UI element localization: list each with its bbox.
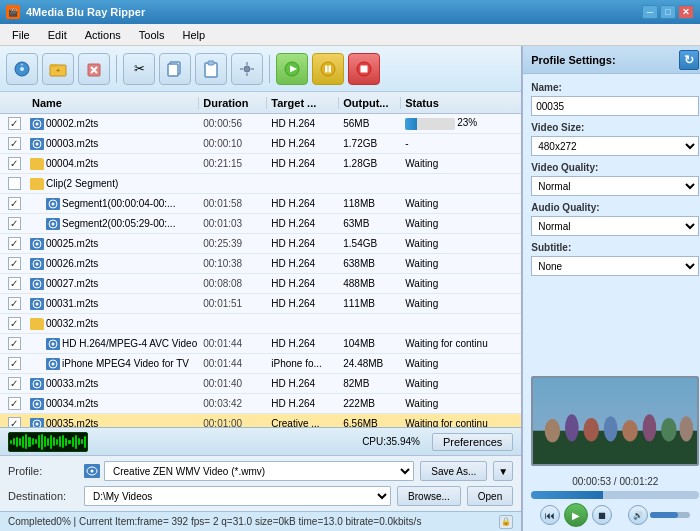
pause-button[interactable] <box>312 53 344 85</box>
destination-select[interactable]: D:\My Videos <box>84 486 391 506</box>
table-row[interactable]: 00002.m2ts 00:00:56 HD H.264 56MB 23% <box>0 114 521 134</box>
table-row[interactable]: 00031.m2ts 00:01:51 HD H.264 111MB Waiti… <box>0 294 521 314</box>
statusbar: CPU:35.94% Preferences <box>0 427 521 455</box>
checkbox[interactable] <box>8 237 21 250</box>
checkbox[interactable] <box>8 177 21 190</box>
row-target: HD H.264 <box>267 138 339 149</box>
settings-button[interactable] <box>231 53 263 85</box>
table-row[interactable]: Clip(2 Segment) <box>0 174 521 194</box>
row-checkbox[interactable] <box>0 197 28 210</box>
paste-button[interactable] <box>195 53 227 85</box>
row-checkbox[interactable] <box>0 357 28 370</box>
open-button[interactable]: Open <box>467 486 513 506</box>
checkbox[interactable] <box>8 117 21 130</box>
close-button[interactable]: ✕ <box>678 5 694 19</box>
table-row[interactable]: 00035.m2ts 00:01:00 Creative ... 6.56MB … <box>0 414 521 427</box>
checkbox[interactable] <box>8 157 21 170</box>
checkbox[interactable] <box>8 297 21 310</box>
video-quality-setting: Video Quality: Normal <box>531 162 699 196</box>
col-header-target: Target ... <box>267 97 339 109</box>
profile-select[interactable]: Creative ZEN WMV Video (*.wmv) <box>104 461 414 481</box>
row-checkbox[interactable] <box>0 237 28 250</box>
row-name: 00031.m2ts <box>28 298 199 310</box>
video-stop-button[interactable]: ⏹ <box>592 505 612 525</box>
row-checkbox[interactable] <box>0 257 28 270</box>
video-rewind-button[interactable]: ⏮ <box>540 505 560 525</box>
table-row[interactable]: Segment1(00:00:04-00:... 00:01:58 HD H.2… <box>0 194 521 214</box>
checkbox[interactable] <box>8 377 21 390</box>
table-row[interactable]: 00034.m2ts 00:03:42 HD H.264 222MB Waiti… <box>0 394 521 414</box>
video-play-button[interactable]: ▶ <box>564 503 588 527</box>
row-duration: 00:21:15 <box>199 158 267 169</box>
copy-button[interactable] <box>159 53 191 85</box>
table-row[interactable]: iPhone MPEG4 Video for TV 00:01:44 iPhon… <box>0 354 521 374</box>
volume-icon[interactable]: 🔊 <box>628 505 648 525</box>
checkbox[interactable] <box>8 217 21 230</box>
row-checkbox[interactable] <box>0 117 28 130</box>
checkbox[interactable] <box>8 257 21 270</box>
row-output: 1.72GB <box>339 138 401 149</box>
minimize-button[interactable]: ─ <box>642 5 658 19</box>
video-quality-select[interactable]: Normal <box>531 176 699 196</box>
row-checkbox[interactable] <box>0 297 28 310</box>
checkbox[interactable] <box>8 397 21 410</box>
table-row[interactable]: 00026.m2ts 00:10:38 HD H.264 638MB Waiti… <box>0 254 521 274</box>
table-row[interactable]: 00032.m2ts <box>0 314 521 334</box>
row-checkbox[interactable] <box>0 137 28 150</box>
checkbox[interactable] <box>8 197 21 210</box>
row-status: Waiting <box>401 398 521 409</box>
row-checkbox[interactable] <box>0 157 28 170</box>
checkbox[interactable] <box>8 417 21 427</box>
menu-file[interactable]: File <box>4 27 38 43</box>
video-progress-bar[interactable] <box>531 491 699 499</box>
row-checkbox[interactable] <box>0 277 28 290</box>
titlebar-controls[interactable]: ─ □ ✕ <box>642 5 694 19</box>
row-checkbox[interactable] <box>0 377 28 390</box>
volume-slider[interactable] <box>650 512 690 518</box>
row-checkbox[interactable] <box>0 217 28 230</box>
save-as-button[interactable]: Save As... <box>420 461 487 481</box>
file-list-body[interactable]: 00002.m2ts 00:00:56 HD H.264 56MB 23% 00… <box>0 114 521 427</box>
start-button[interactable] <box>276 53 308 85</box>
refresh-button[interactable]: ↻ <box>679 50 699 70</box>
table-row[interactable]: Segment2(00:05:29-00:... 00:01:03 HD H.2… <box>0 214 521 234</box>
table-row[interactable]: 00027.m2ts 00:08:08 HD H.264 488MB Waiti… <box>0 274 521 294</box>
menu-help[interactable]: Help <box>174 27 213 43</box>
table-row[interactable]: 00003.m2ts 00:00:10 HD H.264 1.72GB - <box>0 134 521 154</box>
row-checkbox[interactable] <box>0 317 28 330</box>
table-row[interactable]: HD H.264/MPEG-4 AVC Video 00:01:44 HD H.… <box>0 334 521 354</box>
add-folder-button[interactable]: + <box>42 53 74 85</box>
video-quality-label: Video Quality: <box>531 162 699 173</box>
save-as-dropdown[interactable]: ▼ <box>493 461 513 481</box>
checkbox[interactable] <box>8 357 21 370</box>
menu-edit[interactable]: Edit <box>40 27 75 43</box>
audio-quality-select[interactable]: Normal <box>531 216 699 236</box>
checkbox[interactable] <box>8 277 21 290</box>
add-bluray-button[interactable]: + <box>6 53 38 85</box>
maximize-button[interactable]: □ <box>660 5 676 19</box>
menu-tools[interactable]: Tools <box>131 27 173 43</box>
name-input[interactable] <box>531 96 699 116</box>
right-panel: Profile Settings: ↻ Name: Video Size: 48… <box>522 46 700 531</box>
checkbox[interactable] <box>8 317 21 330</box>
subtitle-select[interactable]: None <box>531 256 699 276</box>
cut-button[interactable]: ✂ <box>123 53 155 85</box>
remove-button[interactable] <box>78 53 110 85</box>
row-checkbox[interactable] <box>0 397 28 410</box>
row-duration: 00:25:39 <box>199 238 267 249</box>
preferences-button[interactable]: Preferences <box>432 433 513 451</box>
video-size-select[interactable]: 480x272 <box>531 136 699 156</box>
wave-bar <box>47 438 49 446</box>
menu-actions[interactable]: Actions <box>77 27 129 43</box>
table-row[interactable]: 00025.m2ts 00:25:39 HD H.264 1.54GB Wait… <box>0 234 521 254</box>
checkbox[interactable] <box>8 337 21 350</box>
row-checkbox[interactable] <box>0 337 28 350</box>
table-row[interactable]: 00004.m2ts 00:21:15 HD H.264 1.28GB Wait… <box>0 154 521 174</box>
stop-button[interactable] <box>348 53 380 85</box>
table-row[interactable]: 00033.m2ts 00:01:40 HD H.264 82MB Waitin… <box>0 374 521 394</box>
row-checkbox[interactable] <box>0 417 28 427</box>
row-checkbox[interactable] <box>0 177 28 190</box>
browse-button[interactable]: Browse... <box>397 486 461 506</box>
wave-bar <box>81 439 83 444</box>
checkbox[interactable] <box>8 137 21 150</box>
